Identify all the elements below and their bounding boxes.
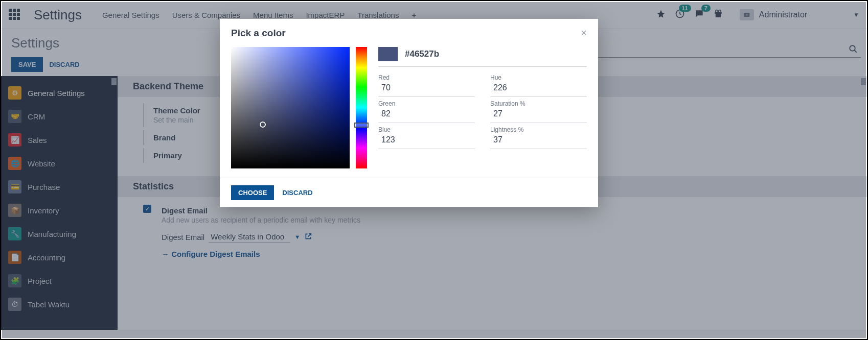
lightness-input[interactable]: 37 xyxy=(490,133,587,147)
blue-label: Blue xyxy=(378,126,475,133)
red-label: Red xyxy=(378,74,475,81)
sv-cursor[interactable] xyxy=(260,122,266,128)
color-swatch xyxy=(378,47,398,61)
saturation-input[interactable]: 27 xyxy=(490,107,587,120)
red-input[interactable]: 70 xyxy=(378,81,475,94)
hue-slider-track[interactable] xyxy=(356,47,367,168)
saturation-label: Saturation % xyxy=(490,100,587,107)
hue-slider-thumb[interactable] xyxy=(354,123,369,128)
blue-input[interactable]: 123 xyxy=(378,133,475,147)
color-picker-modal: Pick a color × #46527b Red xyxy=(220,19,598,207)
hex-input[interactable]: #46527b xyxy=(405,47,587,61)
close-icon[interactable]: × xyxy=(581,27,587,39)
green-label: Green xyxy=(378,100,475,107)
choose-button[interactable]: CHOOSE xyxy=(231,185,274,200)
lightness-label: Lightness % xyxy=(490,126,587,133)
green-input[interactable]: 82 xyxy=(378,107,475,120)
saturation-value-panel[interactable] xyxy=(231,47,350,168)
hue-input[interactable]: 226 xyxy=(490,81,587,94)
hue-label: Hue xyxy=(490,74,587,81)
modal-discard-button[interactable]: DISCARD xyxy=(282,185,312,200)
modal-title: Pick a color xyxy=(231,28,286,39)
